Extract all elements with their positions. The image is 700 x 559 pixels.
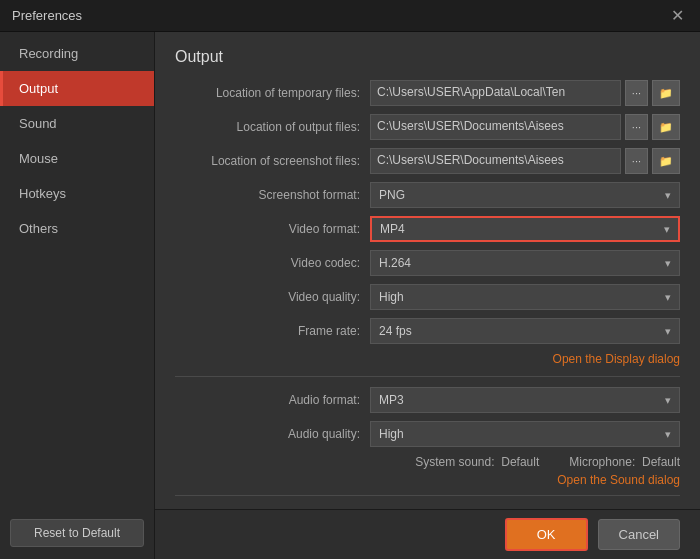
frame-rate-row: Frame rate: 24 fps ▾ xyxy=(175,318,680,344)
sidebar-item-sound[interactable]: Sound xyxy=(0,106,154,141)
open-sound-dialog-link[interactable]: Open the Sound dialog xyxy=(557,473,680,487)
screenshot-format-dropdown[interactable]: PNG ▾ xyxy=(370,182,680,208)
sound-dialog-link-row: Open the Sound dialog xyxy=(175,473,680,487)
screenshot-files-ellipsis-button[interactable]: ··· xyxy=(625,148,648,174)
audio-format-label: Audio format: xyxy=(175,393,370,407)
bottom-bar: OK Cancel xyxy=(155,509,700,559)
close-button[interactable]: ✕ xyxy=(667,6,688,26)
video-quality-label: Video quality: xyxy=(175,290,370,304)
system-sound-info-row: System sound: Default Microphone: Defaul… xyxy=(175,455,680,469)
reset-to-default-button[interactable]: Reset to Default xyxy=(10,519,144,547)
sidebar-item-others[interactable]: Others xyxy=(0,211,154,246)
chevron-down-icon: ▾ xyxy=(665,394,671,407)
video-codec-label: Video codec: xyxy=(175,256,370,270)
chevron-down-icon: ▾ xyxy=(665,189,671,202)
system-sound-label: System sound: Default xyxy=(415,455,539,469)
title-bar: Preferences ✕ xyxy=(0,0,700,32)
window-title: Preferences xyxy=(12,8,82,23)
output-files-ellipsis-button[interactable]: ··· xyxy=(625,114,648,140)
chevron-down-icon: ▾ xyxy=(665,291,671,304)
cancel-button[interactable]: Cancel xyxy=(598,519,680,550)
open-display-dialog-link[interactable]: Open the Display dialog xyxy=(553,352,680,366)
separator xyxy=(175,376,680,377)
temp-files-input[interactable]: C:\Users\USER\AppData\Local\Ten xyxy=(370,80,621,106)
video-quality-row: Video quality: High ▾ xyxy=(175,284,680,310)
sidebar-item-mouse[interactable]: Mouse xyxy=(0,141,154,176)
output-files-folder-button[interactable]: 📁 xyxy=(652,114,680,140)
audio-quality-label: Audio quality: xyxy=(175,427,370,441)
output-files-label: Location of output files: xyxy=(175,120,370,134)
ok-button[interactable]: OK xyxy=(505,518,588,551)
video-codec-dropdown[interactable]: H.264 ▾ xyxy=(370,250,680,276)
microphone-label: Microphone: Default xyxy=(569,455,680,469)
temp-files-label: Location of temporary files: xyxy=(175,86,370,100)
frame-rate-dropdown[interactable]: 24 fps ▾ xyxy=(370,318,680,344)
audio-quality-row: Audio quality: High ▾ xyxy=(175,421,680,447)
frame-rate-label: Frame rate: xyxy=(175,324,370,338)
screenshot-format-label: Screenshot format: xyxy=(175,188,370,202)
chevron-down-icon: ▾ xyxy=(665,257,671,270)
screenshot-files-input[interactable]: C:\Users\USER\Documents\Aisees xyxy=(370,148,621,174)
screenshot-files-label: Location of screenshot files: xyxy=(175,154,370,168)
section-title: Output xyxy=(175,48,680,66)
temp-files-row: Location of temporary files: C:\Users\US… xyxy=(175,80,680,106)
display-dialog-link-row: Open the Display dialog xyxy=(175,352,680,366)
audio-format-row: Audio format: MP3 ▾ xyxy=(175,387,680,413)
temp-files-folder-button[interactable]: 📁 xyxy=(652,80,680,106)
audio-format-dropdown[interactable]: MP3 ▾ xyxy=(370,387,680,413)
screenshot-format-row: Screenshot format: PNG ▾ xyxy=(175,182,680,208)
video-quality-dropdown[interactable]: High ▾ xyxy=(370,284,680,310)
content-area: Output Location of temporary files: C:\U… xyxy=(155,32,700,559)
audio-quality-dropdown[interactable]: High ▾ xyxy=(370,421,680,447)
video-format-label: Video format: xyxy=(175,222,370,236)
output-files-input[interactable]: C:\Users\USER\Documents\Aisees xyxy=(370,114,621,140)
sidebar: Recording Output Sound Mouse Hotkeys Oth… xyxy=(0,32,155,559)
temp-files-ellipsis-button[interactable]: ··· xyxy=(625,80,648,106)
chevron-down-icon: ▾ xyxy=(664,223,670,236)
video-codec-row: Video codec: H.264 ▾ xyxy=(175,250,680,276)
sidebar-item-hotkeys[interactable]: Hotkeys xyxy=(0,176,154,211)
video-format-dropdown[interactable]: MP4 ▾ xyxy=(370,216,680,242)
sidebar-item-output[interactable]: Output xyxy=(0,71,154,106)
output-files-row: Location of output files: C:\Users\USER\… xyxy=(175,114,680,140)
video-format-row: Video format: MP4 ▾ xyxy=(175,216,680,242)
screenshot-files-row: Location of screenshot files: C:\Users\U… xyxy=(175,148,680,174)
sidebar-item-recording[interactable]: Recording xyxy=(0,36,154,71)
screenshot-files-folder-button[interactable]: 📁 xyxy=(652,148,680,174)
chevron-down-icon: ▾ xyxy=(665,428,671,441)
chevron-down-icon: ▾ xyxy=(665,325,671,338)
